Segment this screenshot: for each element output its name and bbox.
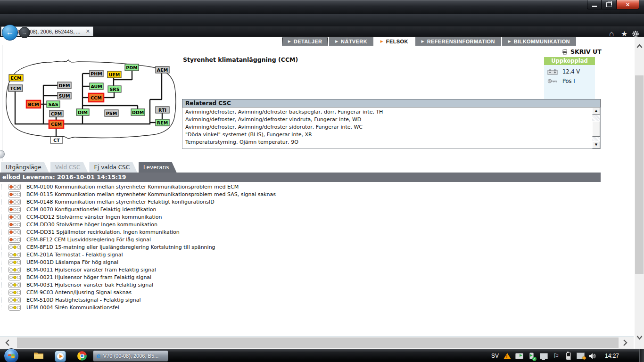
video-tool-tray-icon[interactable] bbox=[515, 352, 523, 360]
csc-scrollbar[interactable]: ▲ ▼ bbox=[592, 107, 600, 148]
dtc-row[interactable]: BCM-0100 Kommunikation mellan styrenhete… bbox=[0, 183, 632, 190]
module-ct[interactable]: CT bbox=[50, 137, 63, 143]
module-cem[interactable]: CEM bbox=[49, 120, 64, 128]
module-srs[interactable]: SRS bbox=[108, 86, 121, 92]
taskbar-active-window[interactable]: e V70 (00-08), 2006, B5... bbox=[93, 350, 168, 362]
dtc-row[interactable]: CCM-DD30 Stolvärme höger Ingen kommunika… bbox=[0, 221, 632, 228]
warning-tray-icon[interactable] bbox=[503, 352, 511, 360]
explorer-icon[interactable] bbox=[33, 351, 44, 360]
vertical-scroll-thumb[interactable] bbox=[635, 75, 644, 274]
network-tray-icon[interactable] bbox=[577, 352, 585, 360]
settings-gear-icon[interactable] bbox=[632, 30, 639, 38]
dtc-row[interactable]: CCM-DD31 Spjällmotor recirkulation. Inge… bbox=[0, 228, 632, 236]
clock[interactable]: 14:27 bbox=[605, 353, 619, 359]
nav-tab-referensinformation[interactable]: ▶REFERENSINFORMATION bbox=[415, 37, 501, 46]
csc-scroll-up-button[interactable]: ▲ bbox=[592, 107, 600, 115]
volume-tray-icon[interactable] bbox=[589, 352, 597, 360]
module-sum[interactable]: SUM bbox=[58, 92, 71, 99]
dtc-row[interactable]: BCM-0115 Kommunikation mellan styrenhete… bbox=[0, 190, 632, 198]
module-sas[interactable]: SAS bbox=[47, 101, 60, 107]
dtc-row[interactable]: ECM-510D Hastighetssignal - Felaktig sig… bbox=[0, 296, 632, 304]
csc-scroll-down-button[interactable]: ▼ bbox=[592, 141, 600, 148]
csc-list-item[interactable]: Temperaturstyrning, Ojämn temperatur, 9Q bbox=[185, 139, 590, 146]
vertical-scrollbar[interactable] bbox=[635, 37, 644, 349]
view-tab-utgngslge[interactable]: Utgångsläge bbox=[1, 162, 49, 173]
dtc-row[interactable]: BCM-0011 Hjulsensor vänster fram Felakti… bbox=[0, 266, 632, 273]
dtc-row[interactable]: UEM-001D Läslampa För hög signal bbox=[0, 258, 632, 266]
dtc-row[interactable]: CEM-8F1D 15-matning eller ljuslängdsregl… bbox=[0, 243, 632, 251]
view-tab-valdcsc[interactable]: Vald CSC bbox=[50, 162, 88, 173]
horizontal-scroll-thumb[interactable] bbox=[17, 337, 619, 348]
dtc-row[interactable]: UEM-0004 Sirén Kommunikationsfel bbox=[0, 304, 632, 311]
csc-scroll-thumb[interactable] bbox=[592, 121, 600, 137]
dtc-text: CCM-DD31 Spjällmotor recirkulation. Inge… bbox=[26, 229, 180, 235]
show-desktop-button[interactable] bbox=[639, 349, 644, 362]
battery-icon bbox=[547, 69, 558, 75]
module-rti[interactable]: RTI bbox=[156, 107, 169, 113]
dtc-list: BCM-0100 Kommunikation mellan styrenhete… bbox=[0, 183, 632, 311]
home-icon[interactable]: ⌂ bbox=[609, 29, 614, 39]
dtc-row[interactable]: ECM-201A Termostat - Felaktig signal bbox=[0, 251, 632, 258]
module-aum[interactable]: AUM bbox=[90, 83, 103, 90]
module-bcm[interactable]: BCM bbox=[26, 100, 41, 108]
row-grip-icon bbox=[1, 230, 2, 235]
module-rem[interactable]: REM bbox=[156, 119, 169, 126]
scroll-up-icon[interactable] bbox=[636, 44, 643, 49]
csc-list-item[interactable]: "Döda vinkel"-systemet (BLIS), Fungerar … bbox=[185, 131, 590, 139]
chrome-icon[interactable] bbox=[77, 351, 87, 361]
dtc-row[interactable]: CCM-DD12 Stolvärme vänster Ingen kommuni… bbox=[0, 213, 632, 221]
display-tray-icon[interactable] bbox=[540, 352, 548, 360]
language-indicator[interactable]: SV bbox=[491, 353, 499, 359]
dtc-row[interactable]: BCM-0021 Hjulsensor höger fram Felaktig … bbox=[0, 273, 632, 281]
module-ccm[interactable]: CCM bbox=[89, 93, 104, 102]
csc-list-item[interactable]: Avimning/defroster, Avimning/defroster b… bbox=[185, 108, 590, 116]
module-cpm[interactable]: CPM bbox=[50, 110, 63, 117]
module-ecm[interactable]: ECM bbox=[9, 74, 23, 81]
scroll-left-icon[interactable] bbox=[5, 339, 10, 346]
back-button[interactable]: ← bbox=[2, 25, 18, 41]
start-button[interactable] bbox=[4, 348, 19, 362]
nav-tab-bilkommunikation[interactable]: ▶BILKOMMUNIKATION bbox=[502, 37, 576, 46]
module-aem[interactable]: AEM bbox=[156, 66, 169, 73]
dtc-row[interactable]: CEM-8F12 CEM Ljusviddsreglering För låg … bbox=[0, 236, 632, 243]
module-pdm[interactable]: PDM bbox=[125, 64, 139, 71]
favorites-icon[interactable]: ★ bbox=[621, 29, 627, 39]
close-button[interactable]: × bbox=[616, 0, 639, 9]
maximize-button[interactable] bbox=[602, 0, 616, 9]
module-dem[interactable]: DEM bbox=[58, 82, 71, 89]
tab-close-icon[interactable]: ✕ bbox=[86, 28, 90, 34]
module-dim[interactable]: DIM bbox=[76, 109, 89, 115]
action-center-flag-icon[interactable]: ⚐ bbox=[552, 352, 560, 360]
csc-list-item[interactable]: Avimning/defroster, Avimning/defroster s… bbox=[185, 123, 590, 131]
minimize-button[interactable] bbox=[587, 0, 602, 9]
row-grip-icon bbox=[1, 260, 2, 265]
battery-tray-icon[interactable] bbox=[564, 352, 572, 360]
view-tab-ejvaldacsc[interactable]: Ej valda CSC bbox=[89, 162, 137, 173]
usb-device-tray-icon[interactable]: ✓ bbox=[528, 352, 536, 360]
media-player-icon[interactable] bbox=[55, 351, 66, 362]
scroll-right-icon[interactable] bbox=[622, 339, 628, 346]
module-phm[interactable]: PHM bbox=[90, 70, 103, 77]
dtc-row[interactable]: BCM-0148 Kommunikation mellan styrenhete… bbox=[0, 198, 632, 206]
forward-button[interactable]: → bbox=[19, 27, 30, 38]
nav-tab-detaljer[interactable]: ▶DETALJER bbox=[282, 37, 328, 46]
windows-logo-icon bbox=[8, 353, 15, 360]
nav-tab-ntverk[interactable]: ▶NÄTVERK bbox=[329, 37, 373, 46]
horizontal-scrollbar[interactable] bbox=[0, 336, 634, 349]
view-tab-leverans[interactable]: Leverans bbox=[139, 162, 177, 173]
csc-scroll-track[interactable] bbox=[592, 115, 600, 141]
dtc-row[interactable]: BCM-0031 Hjulsensor vänster bak Felaktig… bbox=[0, 281, 632, 288]
system-tray: SV ✓ ⚐ 14:27 bbox=[491, 349, 619, 362]
csc-list-item[interactable]: Avimning/defroster, Avimning/defroster v… bbox=[185, 116, 590, 123]
row-grip-icon bbox=[1, 222, 2, 227]
module-uem[interactable]: UEM bbox=[107, 71, 121, 78]
module-ddm[interactable]: DDM bbox=[131, 109, 145, 115]
module-psm[interactable]: PSM bbox=[105, 110, 118, 116]
collapse-handle[interactable] bbox=[0, 150, 5, 158]
dtc-row[interactable]: CEM-9C03 Antenn/ljusring Signal saknas bbox=[0, 288, 632, 296]
module-tcm[interactable]: TCM bbox=[8, 85, 23, 91]
scroll-down-icon[interactable] bbox=[636, 335, 643, 340]
dtc-row[interactable]: CCM-0070 Konfigurationsfel Felaktig iden… bbox=[0, 206, 632, 213]
nav-tab-felsok[interactable]: ▶FELSOK bbox=[374, 37, 414, 46]
print-button[interactable]: SKRIV UT bbox=[562, 48, 602, 55]
